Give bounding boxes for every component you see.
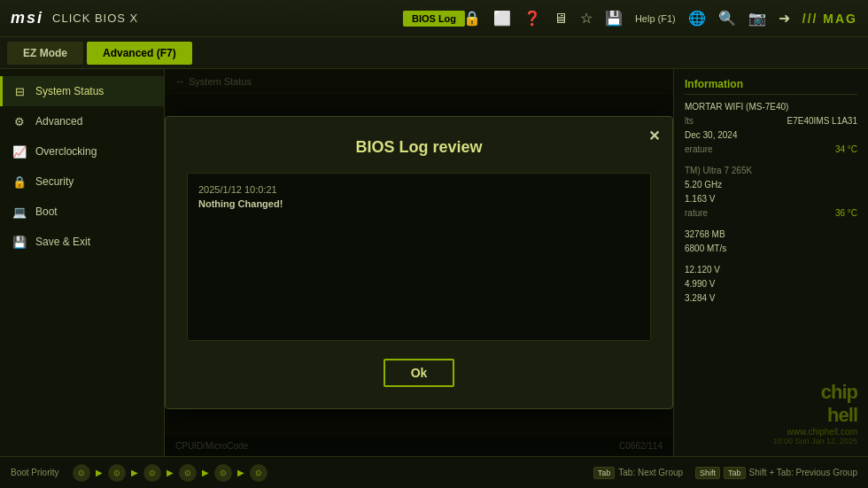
bios-log-modal: BIOS Log review ✕ 2025/1/12 10:0:21 Noth…: [165, 116, 673, 409]
info-temp1: 34 °C: [835, 144, 857, 154]
info-row-volt: 1.163 V: [685, 194, 857, 204]
info-rature-label: rature: [685, 208, 708, 218]
top-bar: msi CLICK BIOS X BIOS Log 🔒 ⬜ ❓ 🖥 ☆ 💾 He…: [0, 0, 868, 37]
info-ram-size: 32768 MB: [685, 229, 725, 239]
watermark: chiphell www.chiphell.com 10:00 Sun Jan …: [673, 374, 868, 453]
boot-icons: ⊙ ▶ ⊙ ▶ ⊙ ▶ ⊙ ▶ ⊙ ▶ ⊙: [73, 464, 267, 482]
system-status-icon: ⊟: [12, 84, 27, 98]
modal-log-area[interactable]: 2025/1/12 10:0:21 Nothing Changed!: [187, 173, 651, 341]
bios-log-badge: BIOS Log: [403, 11, 465, 27]
save-icon[interactable]: 💾: [605, 10, 623, 27]
camera-icon[interactable]: 📷: [748, 10, 766, 27]
tab-hint: Tab Tab: Next Group: [593, 467, 683, 479]
sidebar-item-overclocking[interactable]: 📈 Overclocking: [0, 136, 164, 167]
info-freq: 5.20 GHz: [685, 180, 722, 190]
arrow-icon-1: ▶: [96, 468, 103, 477]
info-row-cpu: TM) Ultra 7 265K: [685, 166, 857, 175]
info-row-freq: 5.20 GHz: [685, 180, 857, 190]
log-timestamp: 2025/1/12 10:0:21: [198, 184, 639, 195]
info-row-v3: 3.284 V: [685, 293, 857, 303]
chiphell-logo: chiphell: [684, 381, 857, 427]
info-lts-label: lts: [685, 116, 694, 126]
info-row-temp1: erature 34 °C: [685, 144, 857, 154]
advanced-mode-button[interactable]: Advanced (F7): [87, 42, 192, 65]
arrow-icon-3: ▶: [167, 468, 174, 477]
info-row-v5: 4.990 V: [685, 279, 857, 289]
sidebar-item-system-status[interactable]: ⊟ System Status: [0, 76, 164, 106]
sidebar-item-label: Security: [35, 175, 74, 188]
sidebar-item-label: Save & Exit: [35, 236, 90, 248]
boot-icon-2[interactable]: ⊙: [108, 464, 126, 482]
info-model: MORTAR WIFI (MS-7E40): [685, 102, 788, 112]
screen-icon[interactable]: ⬜: [493, 10, 511, 27]
boot-priority-label: Boot Priority: [11, 468, 58, 477]
main-layout: ⊟ System Status ⚙ Advanced 📈 Overclockin…: [0, 69, 868, 456]
top-bar-right: 🔒 ⬜ ❓ 🖥 ☆ 💾 Help (F1) 🌐 🔍 📷 ➜ /// MAG: [463, 10, 857, 27]
info-v12: 12.120 V: [685, 265, 720, 275]
boot-icon-1[interactable]: ⊙: [73, 464, 90, 482]
sidebar-item-boot[interactable]: 💻 Boot: [0, 197, 164, 227]
modal-close-button[interactable]: ✕: [648, 128, 660, 144]
info-temp2: 36 °C: [835, 208, 857, 218]
info-row-model: MORTAR WIFI (MS-7E40): [685, 102, 857, 112]
msi-logo: msi: [11, 9, 43, 27]
sidebar-item-label: Advanced: [35, 115, 82, 128]
boot-icon-4[interactable]: ⊙: [179, 464, 197, 482]
globe-icon[interactable]: 🌐: [688, 10, 706, 27]
advanced-icon: ⚙: [12, 114, 27, 128]
boot-icon-3[interactable]: ⊙: [143, 464, 161, 482]
arrow-icon-4: ▶: [202, 468, 209, 477]
click-bios-logo: CLICK BIOS X: [52, 12, 138, 25]
lock-icon[interactable]: 🔒: [463, 10, 481, 27]
content-area: ↔ System Status CPUID/MicroCode C0662/11…: [165, 69, 673, 456]
info-volt: 1.163 V: [685, 194, 715, 204]
sidebar-item-security[interactable]: 🔒 Security: [0, 167, 164, 197]
sidebar-item-label: Boot: [35, 205, 58, 218]
overclocking-icon: 📈: [12, 144, 27, 159]
info-v3: 3.284 V: [685, 293, 715, 303]
sidebar-item-save-exit[interactable]: 💾 Save & Exit: [0, 227, 164, 257]
arrow-icon-5: ▶: [237, 468, 244, 477]
info-row-v12: 12.120 V: [685, 265, 857, 275]
bottom-right: Tab Tab: Next Group Shift Tab Shift + Ta…: [593, 467, 857, 479]
modal-ok-button[interactable]: Ok: [384, 359, 454, 387]
info-row-temp2: rature 36 °C: [685, 208, 857, 218]
exit-icon[interactable]: ➜: [779, 10, 790, 27]
boot-icon-6[interactable]: ⊙: [250, 464, 267, 482]
sidebar-item-advanced[interactable]: ⚙ Advanced: [0, 106, 164, 136]
boot-icon-5[interactable]: ⊙: [214, 464, 232, 482]
monitor-icon[interactable]: 🖥: [554, 11, 568, 27]
chiphell-url: www.chiphell.com: [684, 427, 857, 437]
sidebar-item-label: System Status: [35, 85, 104, 97]
security-icon: 🔒: [12, 174, 27, 189]
info-title: Information: [685, 78, 857, 95]
log-message: Nothing Changed!: [198, 198, 639, 209]
info-row-ram-speed: 6800 MT/s: [685, 244, 857, 253]
save-exit-icon: 💾: [12, 235, 27, 249]
help-text: Help (F1): [635, 13, 676, 24]
sidebar: ⊟ System Status ⚙ Advanced 📈 Overclockin…: [0, 69, 165, 456]
shift-key: Shift: [695, 467, 720, 479]
bottom-bar: Boot Priority ⊙ ▶ ⊙ ▶ ⊙ ▶ ⊙ ▶ ⊙ ▶ ⊙ Tab …: [0, 456, 868, 488]
sidebar-item-label: Overclocking: [35, 145, 97, 158]
shift-tab-hint: Shift Tab Shift + Tab: Previous Group: [695, 467, 857, 479]
mag-logo: /// MAG: [802, 12, 857, 26]
search-icon[interactable]: 🔍: [718, 10, 736, 27]
info-cpu-label: TM) Ultra 7 265K: [685, 166, 752, 175]
tab-key-2: Tab: [724, 467, 746, 479]
ez-mode-button[interactable]: EZ Mode: [7, 42, 83, 65]
top-icons: 🔒 ⬜ ❓ 🖥 ☆ 💾: [463, 10, 623, 27]
chiphell-date: 10:00 Sun Jan 12, 2025: [684, 437, 857, 445]
boot-icon: 💻: [12, 205, 27, 219]
modal-overlay: BIOS Log review ✕ 2025/1/12 10:0:21 Noth…: [165, 69, 673, 456]
info-erature-label: erature: [685, 144, 713, 154]
modal-title: BIOS Log review: [187, 138, 651, 157]
shift-tab-hint-text: Shift + Tab: Previous Group: [749, 468, 857, 477]
info-bios-version: E7E40IMS L1A31: [787, 116, 858, 126]
help-icon[interactable]: ❓: [523, 10, 541, 27]
arrow-icon-2: ▶: [131, 468, 138, 477]
info-row-date: Dec 30, 2024: [685, 130, 857, 140]
info-row-bios: lts E7E40IMS L1A31: [685, 116, 857, 126]
star-icon[interactable]: ☆: [580, 10, 593, 27]
tab-key: Tab: [593, 467, 616, 479]
